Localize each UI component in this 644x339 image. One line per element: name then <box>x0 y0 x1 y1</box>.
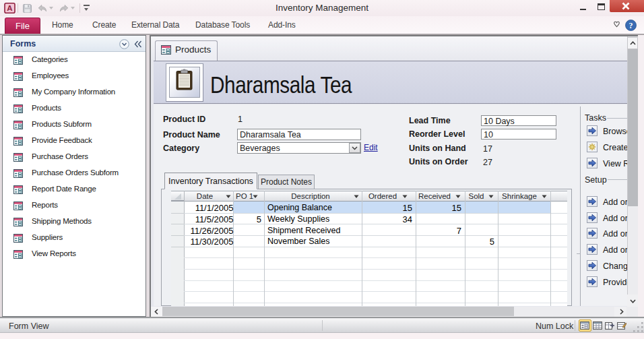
svg-text:?: ? <box>629 21 633 30</box>
